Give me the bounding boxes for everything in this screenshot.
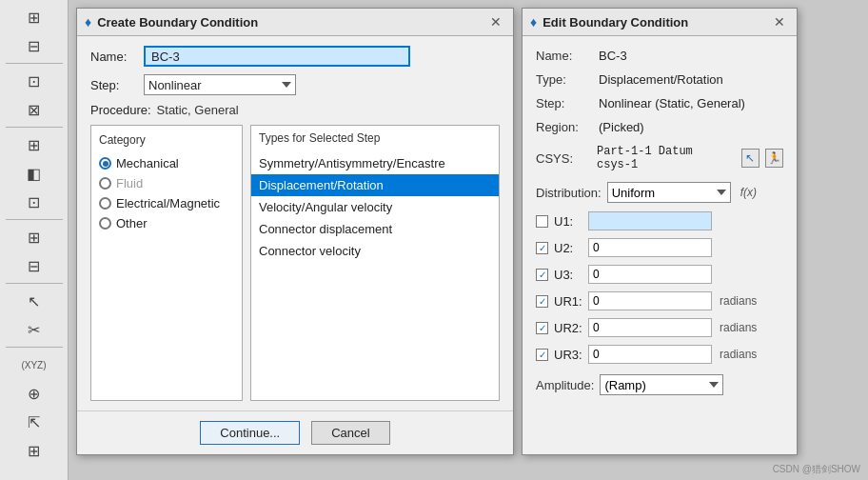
category-mechanical-label: Mechanical bbox=[116, 156, 179, 170]
toolbar-icon-10[interactable]: ↖ bbox=[19, 288, 49, 314]
toolbar-icon-12[interactable]: ⊕ bbox=[19, 380, 49, 407]
type-connector-velocity[interactable]: Connector velocity bbox=[251, 240, 499, 262]
toolbar-sep-5 bbox=[6, 347, 63, 348]
toolbar-icon-6[interactable]: ◧ bbox=[19, 160, 49, 187]
u3-checkbox-wrapper[interactable] bbox=[536, 269, 548, 281]
toolbar-icon-1[interactable]: ⊞ bbox=[19, 4, 49, 30]
toolbar-icon-5[interactable]: ⊞ bbox=[19, 131, 49, 158]
ur2-input[interactable] bbox=[588, 318, 712, 337]
u1-checkbox[interactable] bbox=[536, 215, 548, 228]
type-velocity[interactable]: Velocity/Angular velocity bbox=[251, 196, 499, 218]
procedure-value: Static, General bbox=[157, 103, 239, 117]
ur3-checkbox[interactable] bbox=[536, 349, 548, 361]
edit-dialog-close[interactable]: ✕ bbox=[770, 14, 789, 30]
ur3-input[interactable] bbox=[588, 345, 712, 364]
toolbar-sep-1 bbox=[6, 63, 63, 64]
procedure-label: Procedure: bbox=[90, 103, 151, 117]
panels-row: Category Mechanical Fluid Electrical/Mag… bbox=[90, 125, 500, 401]
watermark: CSDN @猎剑SHOW bbox=[773, 463, 860, 476]
amplitude-row: Amplitude: (Ramp) bbox=[536, 371, 783, 398]
dof-u2-row: U2: bbox=[536, 236, 783, 259]
ur1-checkbox[interactable] bbox=[536, 295, 548, 308]
types-title: Types for Selected Step bbox=[251, 126, 499, 149]
cancel-button[interactable]: Cancel bbox=[311, 421, 389, 445]
toolbar-icon-13[interactable]: ⇱ bbox=[19, 409, 49, 435]
toolbar-icon-11[interactable]: ✂ bbox=[19, 316, 49, 343]
ur3-label: UR3: bbox=[554, 348, 582, 362]
toolbar-icon-2[interactable]: ⊟ bbox=[19, 32, 49, 59]
category-other[interactable]: Other bbox=[99, 216, 234, 230]
csys-label: CSYS: bbox=[536, 151, 593, 166]
ur2-label: UR2: bbox=[554, 321, 582, 335]
category-electrical-label: Electrical/Magnetic bbox=[116, 196, 220, 210]
category-mechanical[interactable]: Mechanical bbox=[99, 156, 234, 170]
toolbar-icon-8[interactable]: ⊞ bbox=[19, 224, 49, 250]
edit-name-value: BC-3 bbox=[599, 49, 627, 63]
toolbar-icon-3[interactable]: ⊡ bbox=[19, 68, 49, 94]
left-toolbar: ⊞ ⊟ ⊡ ⊠ ⊞ ◧ ⊡ ⊞ ⊟ ↖ ✂ (XYZ) ⊕ ⇱ ⊞ bbox=[0, 0, 69, 480]
csys-arrow-icon[interactable]: ↖ bbox=[741, 149, 760, 168]
type-displacement[interactable]: Displacement/Rotation bbox=[251, 174, 499, 196]
dist-select[interactable]: Uniform bbox=[607, 182, 731, 203]
edit-dialog-body: Name: BC-3 Type: Displacement/Rotation S… bbox=[523, 36, 797, 454]
toolbar-sep-2 bbox=[6, 127, 63, 128]
edit-boundary-dialog: ♦ Edit Boundary Condition ✕ Name: BC-3 T… bbox=[522, 8, 798, 455]
edit-type-label: Type: bbox=[536, 72, 593, 87]
create-dialog-titlebar: ♦ Create Boundary Condition ✕ bbox=[77, 9, 513, 36]
edit-name-row: Name: BC-3 bbox=[536, 46, 783, 66]
edit-type-value: Displacement/Rotation bbox=[599, 72, 723, 87]
u2-input[interactable] bbox=[588, 238, 712, 257]
u2-checkbox[interactable] bbox=[536, 242, 548, 254]
csys-row: CSYS: Part-1-1 Datum csys-1 ↖ 🏃 bbox=[536, 141, 783, 175]
type-connector-displacement[interactable]: Connector displacement bbox=[251, 218, 499, 240]
types-panel: Types for Selected Step Symmetry/Antisym… bbox=[250, 125, 500, 401]
type-symmetry[interactable]: Symmetry/Antisymmetry/Encastre bbox=[251, 152, 499, 174]
toolbar-icon-9[interactable]: ⊟ bbox=[19, 252, 49, 279]
create-dialog-close[interactable]: ✕ bbox=[486, 14, 505, 30]
ur1-input[interactable] bbox=[588, 291, 712, 310]
edit-region-label: Region: bbox=[536, 120, 593, 134]
toolbar-icon-4[interactable]: ⊠ bbox=[19, 96, 49, 123]
toolbar-icon-7[interactable]: ⊡ bbox=[19, 189, 49, 215]
radio-fluid bbox=[99, 177, 111, 190]
category-fluid[interactable]: Fluid bbox=[99, 176, 234, 190]
create-dialog-footer: Continue... Cancel bbox=[77, 410, 513, 454]
create-dialog-title: Create Boundary Condition bbox=[97, 15, 258, 30]
edit-dialog-title: Edit Boundary Condition bbox=[542, 15, 688, 30]
dof-ur3-row: UR3: radians bbox=[536, 343, 783, 366]
u1-input[interactable] bbox=[588, 211, 712, 230]
u1-label: U1: bbox=[554, 214, 582, 229]
u3-checkbox[interactable] bbox=[536, 269, 548, 281]
u2-checkbox-wrapper[interactable] bbox=[536, 242, 548, 254]
fx-label: f(x) bbox=[740, 186, 757, 199]
radio-other bbox=[99, 217, 111, 230]
ur3-checkbox-wrapper[interactable] bbox=[536, 349, 548, 361]
continue-button[interactable]: Continue... bbox=[200, 421, 300, 445]
csys-person-icon[interactable]: 🏃 bbox=[765, 149, 783, 168]
edit-dialog-titlebar: ♦ Edit Boundary Condition ✕ bbox=[523, 9, 797, 36]
name-input[interactable] bbox=[144, 46, 410, 67]
ur2-checkbox-wrapper[interactable] bbox=[536, 322, 548, 334]
radio-electrical bbox=[99, 197, 111, 210]
u3-input[interactable] bbox=[588, 265, 712, 284]
step-row: Step: Nonlinear bbox=[90, 74, 500, 95]
step-label: Step: bbox=[90, 78, 138, 92]
toolbar-icon-14[interactable]: ⊞ bbox=[19, 437, 49, 464]
ur1-checkbox-wrapper[interactable] bbox=[536, 295, 548, 308]
category-title: Category bbox=[99, 133, 234, 147]
u2-label: U2: bbox=[554, 241, 582, 255]
edit-step-label: Step: bbox=[536, 96, 593, 110]
toolbar-icon-xyz: (XYZ) bbox=[19, 351, 49, 378]
u3-label: U3: bbox=[554, 268, 582, 282]
ur2-checkbox[interactable] bbox=[536, 322, 548, 334]
name-label: Name: bbox=[90, 50, 138, 64]
dof-ur2-row: UR2: radians bbox=[536, 316, 783, 339]
edit-region-value: (Picked) bbox=[599, 120, 644, 134]
amplitude-select[interactable]: (Ramp) bbox=[600, 374, 723, 395]
edit-type-row: Type: Displacement/Rotation bbox=[536, 70, 783, 90]
step-select[interactable]: Nonlinear bbox=[144, 74, 296, 95]
csys-value: Part-1-1 Datum csys-1 bbox=[597, 145, 734, 171]
category-electrical[interactable]: Electrical/Magnetic bbox=[99, 196, 234, 210]
toolbar-sep-3 bbox=[6, 219, 63, 220]
u1-checkbox-wrapper[interactable] bbox=[536, 215, 548, 228]
